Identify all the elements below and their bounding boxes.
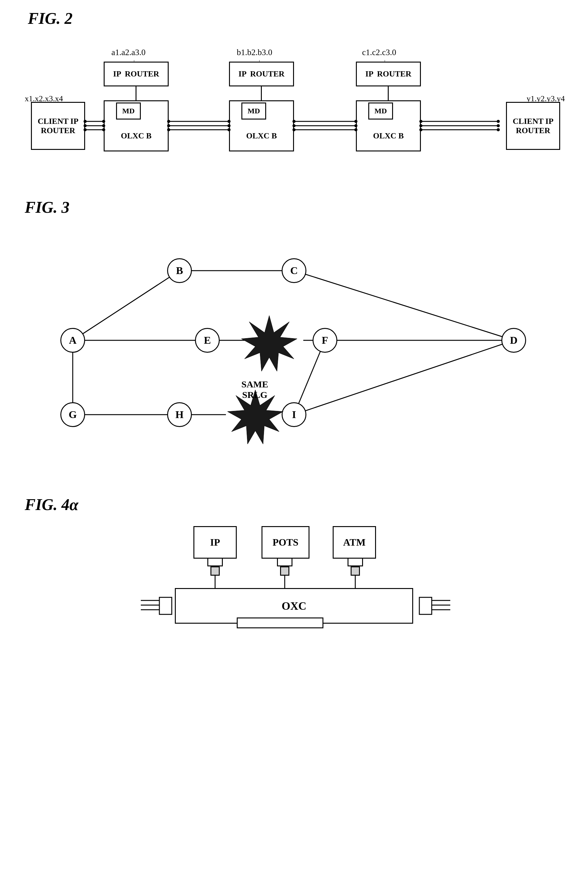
- srlg-label: SAMESRLG: [242, 379, 268, 400]
- svg-point-8: [84, 128, 87, 131]
- node-D: D: [501, 328, 526, 353]
- svg-point-14: [167, 128, 170, 131]
- atm-connector-top: [348, 559, 363, 566]
- oxc-bottom-bar: [237, 618, 323, 628]
- node-G: G: [60, 402, 85, 427]
- svg-point-17: [228, 128, 231, 131]
- node-H: H: [167, 402, 192, 427]
- svg-point-35: [497, 128, 500, 131]
- fig2-title: FIG. 2: [28, 9, 566, 27]
- explosion-ef: [235, 313, 303, 374]
- ip-box: IP: [194, 526, 237, 559]
- atm-box: ATM: [333, 526, 376, 559]
- ip-connector-mid: [210, 566, 220, 576]
- pots-box: POTS: [261, 526, 309, 559]
- fig4a-title: FIG. 4α: [25, 495, 566, 514]
- svg-point-26: [354, 128, 357, 131]
- svg-point-33: [497, 120, 500, 123]
- fig2-diagram: a1.a2.a3.0 ↓ b1.b2.b3.0 ↓ c1.c2.c3.0 ↓ I…: [25, 46, 566, 179]
- svg-point-30: [419, 120, 422, 123]
- svg-point-24: [354, 120, 357, 123]
- fig3-diagram: A B C D E F G H I SAMESRLG: [25, 223, 566, 477]
- node-B: B: [167, 258, 192, 283]
- fig3-section: FIG. 3: [25, 198, 566, 477]
- svg-line-36: [73, 271, 180, 340]
- svg-point-6: [84, 120, 87, 123]
- svg-point-34: [497, 124, 500, 127]
- svg-point-12: [167, 120, 170, 123]
- svg-point-32: [419, 128, 422, 131]
- pots-connector-top: [277, 559, 292, 566]
- svg-point-3: [102, 120, 105, 123]
- fig2-connections-svg: [25, 46, 566, 179]
- pots-connector-mid: [280, 566, 290, 576]
- svg-rect-55: [419, 597, 432, 614]
- node-F: F: [313, 328, 338, 353]
- svg-point-7: [84, 124, 87, 127]
- node-A: A: [60, 328, 85, 353]
- svg-point-21: [292, 120, 296, 123]
- svg-point-4: [102, 124, 105, 127]
- atm-connector-mid: [351, 566, 360, 576]
- svg-point-22: [292, 124, 296, 127]
- svg-point-23: [292, 128, 296, 131]
- right-ports-svg: [410, 594, 450, 619]
- left-ports-svg: [141, 594, 181, 619]
- svg-marker-49: [242, 316, 297, 371]
- svg-point-25: [354, 124, 357, 127]
- node-C: C: [282, 258, 306, 283]
- fig4a-section: FIG. 4α IP POTS ATM OXC: [25, 495, 566, 656]
- node-E: E: [195, 328, 220, 353]
- svg-rect-51: [159, 597, 172, 614]
- fig4a-diagram: IP POTS ATM OXC: [156, 526, 435, 656]
- svg-point-13: [167, 124, 170, 127]
- ip-connector-top: [207, 559, 223, 566]
- svg-point-31: [419, 124, 422, 127]
- fig2-section: FIG. 2 a1.a2.a3.0 ↓ b1.b2.b3.0 ↓ c1.c2.c…: [25, 9, 566, 179]
- svg-point-16: [228, 124, 231, 127]
- svg-point-15: [228, 120, 231, 123]
- fig3-title: FIG. 3: [25, 198, 566, 216]
- svg-point-5: [102, 128, 105, 131]
